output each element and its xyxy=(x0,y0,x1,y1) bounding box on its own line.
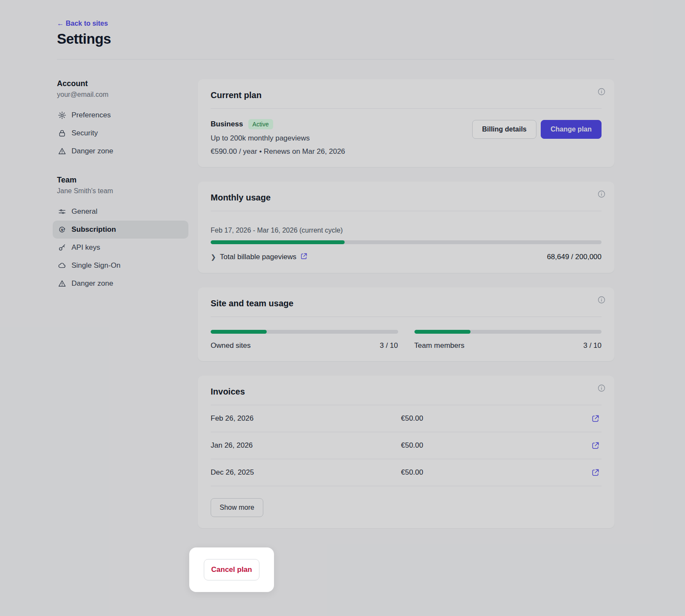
cancel-plan-spotlight: Cancel plan xyxy=(189,547,274,592)
dim-overlay xyxy=(0,0,685,616)
settings-page: ← Back to sites Settings Account your@em… xyxy=(0,0,685,616)
cancel-plan-button[interactable]: Cancel plan xyxy=(204,559,259,580)
